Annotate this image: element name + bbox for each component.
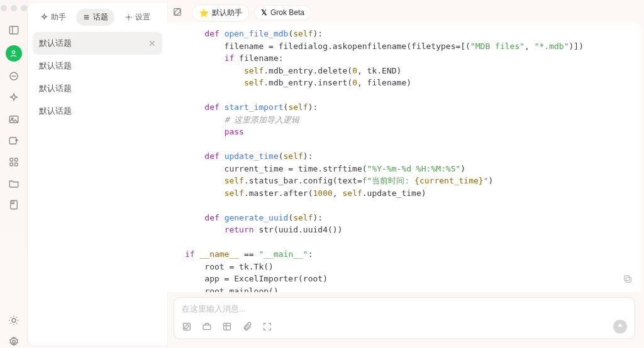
svg-point-2	[12, 50, 14, 53]
image-add-icon[interactable]	[8, 134, 20, 147]
svg-point-4	[12, 76, 13, 77]
svg-rect-9	[9, 138, 16, 144]
compose-icon[interactable]	[172, 7, 182, 19]
bookmark-icon[interactable]	[8, 198, 20, 211]
panel-toggle-icon[interactable]	[8, 24, 20, 36]
topic-item[interactable]: 默认话题✕	[33, 32, 162, 55]
attach-icon[interactable]	[242, 322, 252, 332]
topic-item[interactable]: 默认话题✕	[33, 55, 162, 77]
code-block: def open_file_mdb(self): filename = file…	[167, 23, 641, 292]
send-button[interactable]	[613, 320, 627, 334]
xai-icon: 𝕏	[261, 8, 267, 17]
sun-icon[interactable]	[8, 314, 20, 327]
tab-assistant[interactable]: 助手	[34, 9, 72, 26]
tab-topics[interactable]: 话题	[76, 9, 114, 26]
toolbox-icon[interactable]	[202, 322, 212, 332]
svg-rect-23	[625, 276, 630, 281]
assistant-chip[interactable]: ⭐默认助手	[192, 5, 248, 21]
sparkle-icon[interactable]	[8, 92, 20, 104]
topbar: ⭐默认助手 𝕏Grok Beta	[167, 3, 641, 23]
close-icon[interactable]: ✕	[148, 38, 156, 48]
topic-item[interactable]: 默认话题✕	[33, 100, 162, 122]
expand-icon[interactable]	[262, 322, 272, 332]
svg-rect-26	[224, 324, 231, 330]
grid-icon[interactable]	[222, 322, 232, 332]
avatar[interactable]	[6, 45, 22, 62]
chat-icon[interactable]	[8, 70, 20, 83]
image-icon[interactable]	[8, 113, 20, 126]
apps-icon[interactable]	[8, 156, 20, 168]
composer	[174, 297, 635, 339]
window-controls[interactable]	[1, 5, 27, 11]
svg-rect-0	[9, 26, 18, 34]
svg-point-5	[13, 76, 14, 77]
svg-rect-10	[10, 158, 13, 161]
svg-rect-13	[14, 163, 18, 166]
svg-rect-22	[626, 277, 631, 282]
message-input[interactable]	[182, 304, 627, 313]
svg-point-20	[128, 16, 130, 18]
folder-icon[interactable]	[8, 177, 20, 190]
svg-point-15	[12, 318, 16, 322]
svg-point-16	[12, 340, 15, 344]
model-chip[interactable]: 𝕏Grok Beta	[255, 6, 311, 19]
edit-icon[interactable]	[182, 322, 192, 332]
svg-rect-11	[14, 158, 18, 161]
topic-list: 默认话题✕ 默认话题✕ 默认话题✕ 默认话题✕	[28, 30, 167, 125]
copy-icon[interactable]	[623, 274, 633, 286]
sidebar: 助手 话题 设置 默认话题✕ 默认话题✕ 默认话题✕ 默认话题✕	[28, 3, 167, 345]
icon-rail	[0, 0, 28, 348]
svg-rect-12	[10, 163, 13, 166]
star-icon: ⭐	[199, 8, 209, 18]
svg-point-6	[14, 76, 15, 77]
svg-rect-25	[203, 325, 211, 329]
gear-icon[interactable]	[8, 335, 20, 348]
tab-settings[interactable]: 设置	[118, 9, 157, 26]
topic-item[interactable]: 默认话题✕	[33, 77, 162, 100]
